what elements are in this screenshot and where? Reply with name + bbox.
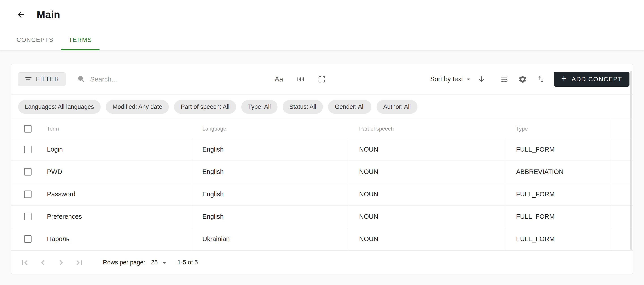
rows-per-page: Rows per page: 25 [103,258,169,267]
extra-cell [611,183,633,205]
toolbar-right-icons [498,73,547,86]
term-text: Login [47,146,63,153]
part-of-speech-cell: NOUN [349,161,506,183]
header-top: Main [0,0,644,22]
toolbar: FILTER Aa [11,64,633,94]
first-page-button[interactable] [20,257,30,268]
term-text: Password [47,190,75,198]
term-text: Пароль [47,235,70,243]
row-checkbox[interactable] [24,235,32,243]
plus-icon: + [561,74,567,83]
row-checkbox[interactable] [24,213,32,220]
sort-direction-button[interactable] [475,73,488,86]
language-cell: English [192,161,349,183]
search-options: Aa [272,73,328,86]
add-concept-label: ADD CONCEPT [572,76,622,83]
part-of-speech-cell: NOUN [349,138,506,161]
rows-per-page-label: Rows per page: [103,259,145,266]
pagination-bar: Rows per page: 25 1-5 of 5 [11,250,633,274]
content-area: FILTER Aa [0,50,644,285]
chip-author[interactable]: Author: All [376,100,418,114]
add-concept-button[interactable]: + ADD CONCEPT [554,72,630,87]
previous-page-button[interactable] [38,257,48,268]
select-all-checkbox[interactable] [24,125,32,133]
rows-per-page-value[interactable]: 25 [151,259,158,266]
crop-frame-icon [318,75,326,84]
filter-icon [24,75,32,83]
sort-by-label: Sort by text [430,76,463,83]
table-row[interactable]: Пароль Ukrainian NOUN FULL_FORM [11,228,633,250]
chip-type[interactable]: Type: All [241,100,278,114]
wrap-text-button[interactable] [498,73,510,86]
settings-button[interactable] [516,73,529,86]
term-text: PWD [47,168,62,175]
tab-concepts[interactable]: CONCEPTS [9,29,61,50]
term-cell: Preferences [11,205,192,228]
arrow-back-icon [16,10,26,20]
filter-button-label: FILTER [36,76,59,83]
tab-terms[interactable]: TERMS [61,29,100,50]
whole-word-button[interactable] [294,73,306,86]
last-page-button[interactable] [74,257,84,268]
table-row[interactable]: Password English NOUN FULL_FORM [11,183,633,205]
chip-languages[interactable]: Languages: All languages [18,100,100,114]
terms-table: Term Language Part of speech Type Login … [11,119,633,250]
rows-per-page-caret-icon[interactable] [160,258,169,267]
header-term-cell: Term [11,119,192,138]
chip-part-of-speech[interactable]: Part of speech: All [174,100,236,114]
first-page-icon [20,258,30,267]
terms-card: FILTER Aa [11,64,633,274]
part-of-speech-cell: NOUN [349,183,506,205]
column-header-term: Term [47,126,59,132]
chip-modified[interactable]: Modified: Any date [106,100,169,114]
vertical-scrollbar[interactable] [630,71,632,250]
match-case-button[interactable]: Aa [272,73,285,86]
selection-frame-button[interactable] [316,73,328,86]
swap-vert-icon [537,75,545,84]
term-cell: PWD [11,161,192,183]
chip-status[interactable]: Status: All [283,100,323,114]
app-header: Main CONCEPTS TERMS [0,0,644,50]
language-cell: English [192,183,349,205]
filter-button[interactable]: FILTER [18,72,66,86]
whole-word-icon [296,75,304,84]
column-header-type: Type [506,119,611,138]
term-cell: Password [11,183,192,205]
tab-bar: CONCEPTS TERMS [9,29,644,50]
table-row[interactable]: PWD English NOUN ABBREVIATION [11,161,633,183]
search-box [77,75,260,84]
row-checkbox[interactable] [24,190,32,198]
language-cell: Ukrainian [192,228,349,250]
sort-caret-icon [464,75,473,84]
type-cell: FULL_FORM [506,183,611,205]
gear-icon [518,75,527,84]
extra-cell [611,161,633,183]
type-cell: FULL_FORM [506,138,611,161]
term-cell: Пароль [11,228,192,250]
language-cell: English [192,138,349,161]
chip-gender[interactable]: Gender: All [328,100,372,114]
part-of-speech-cell: NOUN [349,205,506,228]
type-cell: FULL_FORM [506,205,611,228]
extra-cell [611,205,633,228]
chevron-right-icon [56,258,66,267]
row-checkbox[interactable] [24,146,32,153]
type-cell: ABBREVIATION [506,161,611,183]
filter-chips-row: Languages: All languages Modified: Any d… [11,94,633,119]
term-cell: Login [11,138,192,161]
search-input[interactable] [90,76,260,83]
term-text: Preferences [47,213,82,220]
row-checkbox[interactable] [24,168,32,175]
page-nav [20,257,84,268]
next-page-button[interactable] [56,257,66,268]
type-cell: FULL_FORM [506,228,611,250]
page-range-label: 1-5 of 5 [177,259,198,266]
sort-by-dropdown[interactable]: Sort by text [430,75,473,84]
table-row[interactable]: Preferences English NOUN FULL_FORM [11,205,633,228]
table-row[interactable]: Login English NOUN FULL_FORM [11,138,633,161]
back-button[interactable] [15,8,27,21]
table-header-row: Term Language Part of speech Type [11,119,633,138]
reorder-button[interactable] [535,73,547,86]
page-title: Main [37,9,60,21]
search-icon [77,75,86,84]
